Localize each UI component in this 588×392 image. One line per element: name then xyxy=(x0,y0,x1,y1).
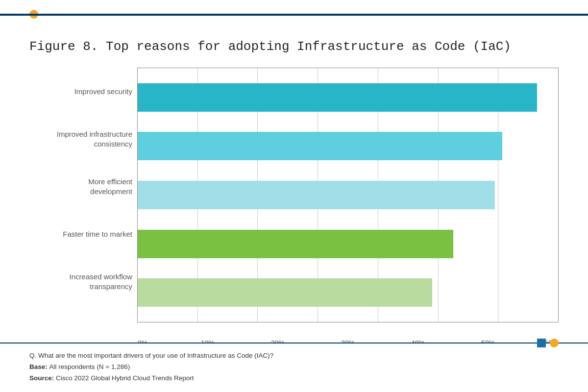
bottom-section: Q. What are the most important drivers o… xyxy=(0,343,588,392)
source-text: Source: Cisco 2022 Global Hybrid Cloud T… xyxy=(29,373,559,384)
bar-row-1 xyxy=(138,128,558,165)
bar-row-0 xyxy=(138,79,558,116)
bar-1 xyxy=(138,132,502,160)
base-text: Base: All respondents (N = 1,286) xyxy=(29,362,559,373)
bar-row-3 xyxy=(138,225,558,262)
orange-dot-decoration xyxy=(550,339,559,347)
chart-plot: 0%10%20%30%40%50%60% xyxy=(137,68,559,322)
top-line xyxy=(0,14,588,16)
blue-square-decoration xyxy=(537,339,546,347)
bar-4 xyxy=(138,278,432,307)
y-label-4: Increased workflowtransparency xyxy=(29,258,132,305)
main-content: Figure 8. Top reasons for adopting Infra… xyxy=(0,24,588,392)
bar-0 xyxy=(138,83,537,112)
chart-area: Improved securityImproved infrastructure… xyxy=(29,68,559,322)
y-label-1: Improved infrastructureconsistency xyxy=(29,115,132,163)
bars-container xyxy=(138,68,558,322)
bar-row-4 xyxy=(138,274,558,311)
y-label-2: More efficientdevelopment xyxy=(29,163,132,210)
bar-row-2 xyxy=(138,176,558,213)
bar-3 xyxy=(138,230,453,258)
footnotes: Q. What are the most important drivers o… xyxy=(29,350,559,384)
page-container: Figure 8. Top reasons for adopting Infra… xyxy=(0,0,588,392)
y-label-3: Faster time to market xyxy=(29,210,132,258)
y-axis-labels: Improved securityImproved infrastructure… xyxy=(29,68,137,322)
chart-title: Figure 8. Top reasons for adopting Infra… xyxy=(29,39,559,54)
question-text: Q. What are the most important drivers o… xyxy=(29,350,559,362)
y-label-0: Improved security xyxy=(29,68,132,115)
bottom-decorative-dots xyxy=(537,339,559,347)
bar-2 xyxy=(138,181,495,209)
